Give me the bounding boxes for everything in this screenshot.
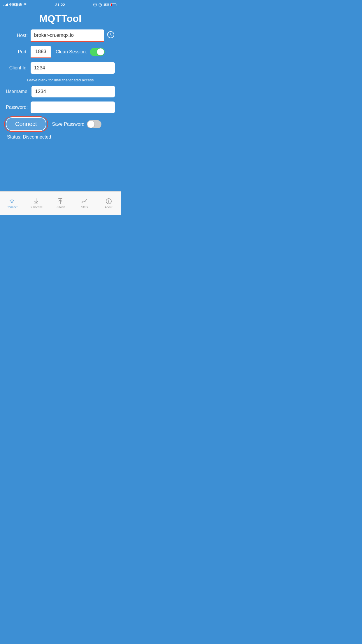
port-input[interactable] bbox=[31, 46, 51, 58]
battery-percent: 15% bbox=[103, 3, 109, 6]
tab-publish-label: Publish bbox=[56, 206, 65, 209]
history-icon bbox=[107, 31, 115, 39]
wifi-icon bbox=[23, 3, 27, 6]
tab-connect[interactable]: Connect bbox=[0, 195, 24, 211]
history-button[interactable] bbox=[107, 31, 115, 41]
tab-stats[interactable]: Stats bbox=[72, 195, 96, 211]
svg-point-1 bbox=[94, 4, 95, 5]
about-tab-icon bbox=[105, 198, 112, 205]
username-label: Username: bbox=[6, 89, 31, 94]
svg-point-14 bbox=[108, 200, 109, 200]
clean-session-thumb bbox=[97, 48, 104, 55]
tracking-icon bbox=[93, 3, 97, 7]
username-row: Username: bbox=[6, 86, 115, 97]
password-label: Password: bbox=[6, 105, 31, 110]
username-input[interactable] bbox=[31, 86, 115, 97]
clean-session-toggle[interactable] bbox=[90, 48, 105, 56]
tab-bar: Connect Subscribe Publish Stats Ab bbox=[0, 191, 121, 215]
publish-tab-icon bbox=[57, 198, 64, 205]
status-bar: 中国联通 21:22 15% bbox=[0, 0, 121, 8]
clean-session-label: Clean Session: bbox=[56, 49, 87, 55]
alarm-icon bbox=[98, 3, 102, 7]
tab-stats-label: Stats bbox=[81, 206, 88, 209]
tab-subscribe-label: Subscribe bbox=[30, 206, 43, 209]
client-id-label: Client Id: bbox=[6, 65, 31, 71]
port-label: Port: bbox=[6, 49, 31, 55]
tab-subscribe[interactable]: Subscribe bbox=[24, 195, 48, 211]
subscribe-tab-icon bbox=[33, 198, 40, 205]
save-password-thumb bbox=[87, 121, 94, 128]
status-right: 15% bbox=[93, 3, 117, 7]
svg-point-6 bbox=[11, 202, 13, 203]
stats-tab-icon bbox=[81, 198, 88, 205]
host-input[interactable] bbox=[31, 29, 104, 42]
tab-publish[interactable]: Publish bbox=[48, 195, 73, 211]
status-text: Status: Disconnected bbox=[6, 134, 115, 140]
clock-display: 21:22 bbox=[55, 3, 65, 7]
status-left: 中国联通 bbox=[3, 3, 27, 7]
tab-about[interactable]: About bbox=[96, 195, 121, 211]
client-id-row: Client Id: bbox=[6, 62, 115, 74]
battery-icon bbox=[110, 3, 117, 6]
host-label: Host: bbox=[6, 33, 31, 38]
save-password-toggle[interactable] bbox=[87, 120, 101, 128]
host-row: Host: bbox=[6, 29, 115, 42]
port-session-row: Port: Clean Session: bbox=[6, 46, 115, 58]
signal-icon bbox=[3, 3, 8, 6]
password-input[interactable] bbox=[31, 102, 115, 113]
carrier-label: 中国联通 bbox=[9, 3, 22, 7]
connect-row: Connect Save Password bbox=[6, 117, 115, 131]
save-password-row: Save Password bbox=[52, 120, 101, 128]
tab-about-label: About bbox=[105, 206, 113, 209]
save-password-slider bbox=[87, 120, 101, 128]
connect-tab-icon bbox=[8, 198, 15, 205]
client-id-input[interactable] bbox=[31, 62, 115, 74]
save-password-label: Save Password bbox=[52, 122, 85, 127]
app-title: MQTTool bbox=[0, 8, 121, 29]
clean-session-slider bbox=[90, 48, 105, 56]
main-content: Host: Port: Clean Session: Client Id: Le… bbox=[0, 29, 121, 191]
password-row: Password: bbox=[6, 102, 115, 113]
connect-button[interactable]: Connect bbox=[6, 117, 46, 131]
tab-connect-label: Connect bbox=[7, 206, 17, 209]
hint-text: Leave blank for unauthenticated access bbox=[6, 78, 115, 82]
